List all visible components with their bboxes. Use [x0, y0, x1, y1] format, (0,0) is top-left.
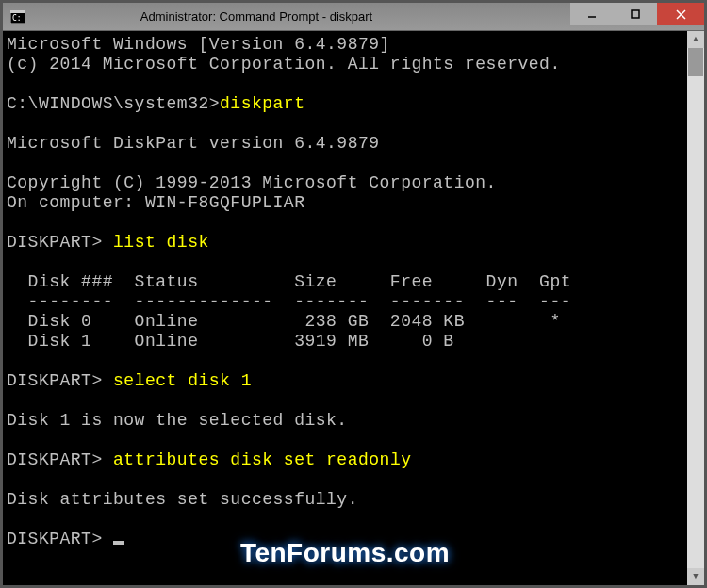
table-row: Disk 1 Online 3919 MB 0 B [7, 332, 454, 351]
svg-rect-4 [632, 10, 639, 18]
diskpart-prompt: DISKPART> [7, 530, 113, 548]
command-list-disk: list disk [113, 233, 209, 252]
computer-name-line: On computer: WIN-F8GQFUPLIAR [7, 193, 304, 212]
diskpart-copyright: Copyright (C) 1999-2013 Microsoft Corpor… [7, 173, 497, 192]
scrollbar-up-icon[interactable]: ▲ [687, 31, 704, 48]
terminal-wrapper: Microsoft Windows [Version 6.4.9879] (c)… [3, 31, 704, 585]
os-version-line: Microsoft Windows [Version 6.4.9879] [7, 35, 390, 54]
cursor [113, 541, 124, 545]
table-row: Disk 0 Online 238 GB 2048 KB * [7, 312, 561, 331]
attributes-result: Disk attributes set successfully. [7, 490, 358, 509]
table-divider: -------- ------------- ------- ------- -… [7, 292, 571, 311]
diskpart-prompt: DISKPART> [7, 450, 113, 469]
close-button[interactable] [657, 3, 704, 25]
diskpart-prompt: DISKPART> [7, 233, 113, 252]
command-attributes: attributes disk set readonly [113, 450, 411, 469]
select-result: Disk 1 is now the selected disk. [7, 411, 348, 430]
prompt-path: C:\WINDOWS\system32> [7, 94, 220, 113]
scrollbar-thumb[interactable] [688, 48, 703, 76]
window-title: Administrator: Command Prompt - diskpart [0, 9, 570, 24]
diskpart-prompt: DISKPART> [7, 371, 113, 390]
titlebar: C: Administrator: Command Prompt - diskp… [3, 3, 704, 31]
copyright-line: (c) 2014 Microsoft Corporation. All righ… [7, 55, 561, 74]
diskpart-version: Microsoft DiskPart version 6.4.9879 [7, 134, 380, 153]
window-controls [570, 3, 704, 30]
maximize-button[interactable] [614, 3, 657, 25]
scrollbar[interactable]: ▲ ▼ [687, 31, 704, 585]
scrollbar-down-icon[interactable]: ▼ [687, 568, 704, 585]
terminal[interactable]: Microsoft Windows [Version 6.4.9879] (c)… [3, 31, 687, 585]
command-diskpart: diskpart [220, 94, 304, 113]
table-header: Disk ### Status Size Free Dyn Gpt [7, 272, 571, 291]
command-select-disk: select disk 1 [113, 371, 252, 390]
minimize-button[interactable] [570, 3, 614, 25]
